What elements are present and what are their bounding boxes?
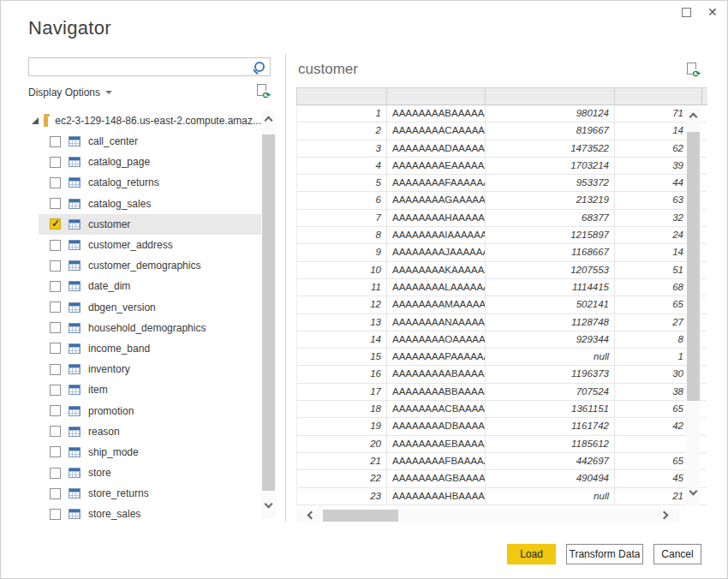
checkbox[interactable] bbox=[50, 281, 61, 292]
search-box bbox=[28, 57, 271, 76]
scroll-left-icon[interactable] bbox=[307, 511, 316, 520]
checkbox[interactable] bbox=[50, 301, 61, 313]
tree-item[interactable]: item bbox=[39, 379, 261, 400]
scroll-up-icon[interactable] bbox=[689, 113, 698, 122]
cancel-button[interactable]: Cancel bbox=[653, 544, 701, 564]
page-title: Navigator bbox=[28, 17, 111, 39]
tree-scrollbar-thumb[interactable] bbox=[262, 134, 275, 491]
cell-customer-id: AAAAAAAAEAAAAAAA bbox=[387, 158, 486, 174]
scroll-right-icon[interactable] bbox=[660, 511, 669, 520]
display-options-dropdown[interactable]: Display Options bbox=[28, 87, 112, 98]
tree-item[interactable]: inventory bbox=[39, 359, 261, 379]
close-icon[interactable]: ✕ bbox=[707, 4, 718, 20]
checkbox[interactable] bbox=[50, 343, 61, 354]
table-row: 17 AAAAAAAABBAAAAAA 707524 38 bbox=[296, 384, 707, 401]
table-row: 5 AAAAAAAAFAAAAAAA 953372 44 bbox=[296, 175, 707, 192]
checkbox[interactable] bbox=[50, 509, 61, 520]
table-icon bbox=[69, 406, 81, 416]
cell-cdemo-sk: 953372 bbox=[486, 175, 615, 191]
tree-item-label: dbgen_version bbox=[88, 301, 156, 313]
checkbox[interactable] bbox=[50, 240, 61, 251]
tree-item-label: date_dim bbox=[88, 280, 130, 292]
tree-item-label: catalog_page bbox=[88, 156, 150, 168]
checkbox[interactable] bbox=[50, 468, 61, 479]
cell-customer-sk: 23 bbox=[297, 488, 387, 504]
tree-item-label: household_demographics bbox=[88, 322, 206, 334]
tree-item[interactable]: store bbox=[39, 463, 261, 483]
tree-item[interactable]: customer_address bbox=[39, 235, 261, 255]
cell-customer-sk: 3 bbox=[297, 140, 387, 157]
cell-cdemo-sk: 1207553 bbox=[486, 262, 615, 278]
cell-customer-sk: 9 bbox=[297, 244, 387, 260]
tree-item[interactable]: catalog_page bbox=[39, 152, 261, 172]
table-icon bbox=[69, 364, 81, 374]
tree-item[interactable]: store_returns bbox=[39, 483, 261, 504]
tree-item[interactable]: store_sales bbox=[39, 504, 261, 524]
tree-item[interactable]: ship_mode bbox=[39, 442, 261, 463]
scroll-down-icon[interactable] bbox=[689, 487, 698, 496]
table-row: 18 AAAAAAAACBAAAAAA 1361151 65 bbox=[296, 401, 707, 418]
checkbox[interactable] bbox=[50, 446, 61, 457]
tree-item[interactable]: date_dim bbox=[39, 276, 261, 296]
transform-data-button[interactable]: Transform Data bbox=[566, 544, 643, 564]
checkbox[interactable] bbox=[50, 260, 61, 272]
checkbox[interactable] bbox=[50, 405, 61, 416]
expand-twisty-icon[interactable] bbox=[32, 117, 39, 124]
checkbox[interactable] bbox=[50, 488, 61, 499]
cell-customer-id: AAAAAAAACAAAAAAA bbox=[387, 122, 486, 139]
cell-customer-sk: 12 bbox=[297, 296, 387, 313]
maximize-icon[interactable] bbox=[682, 8, 691, 17]
checkbox[interactable] bbox=[50, 136, 61, 147]
refresh-list-icon[interactable]: ⟳ bbox=[256, 84, 270, 98]
checkbox[interactable] bbox=[50, 364, 61, 375]
cell-cdemo-sk: null bbox=[486, 349, 615, 365]
load-button[interactable]: Load bbox=[507, 544, 556, 564]
checkbox[interactable] bbox=[50, 426, 61, 437]
clipped-column-sliver bbox=[701, 87, 707, 105]
tree-item[interactable]: promotion bbox=[39, 400, 261, 421]
cell-customer-id: AAAAAAAAGAAAAAAA bbox=[387, 192, 486, 208]
tree-item[interactable]: catalog_returns bbox=[39, 172, 261, 193]
checkbox[interactable] bbox=[50, 218, 61, 230]
tree-item[interactable]: reason bbox=[39, 421, 261, 442]
tree-item[interactable]: household_demographics bbox=[39, 318, 261, 338]
preview-hscrollbar[interactable] bbox=[296, 509, 679, 522]
tree-item-label: inventory bbox=[88, 363, 130, 375]
tree-item[interactable]: income_band bbox=[39, 338, 261, 359]
preview-hscrollbar-thumb[interactable] bbox=[323, 510, 398, 522]
tree-scrollbar[interactable] bbox=[261, 110, 276, 519]
tree-item[interactable]: customer bbox=[39, 214, 261, 235]
tree-item[interactable]: dbgen_version bbox=[39, 297, 261, 318]
table-row: 22 AAAAAAAAGBAAAAAA 490494 45 bbox=[296, 470, 707, 487]
search-input[interactable] bbox=[33, 59, 247, 75]
cell-customer-sk: 1 bbox=[297, 105, 387, 122]
tree-item-label: customer bbox=[88, 218, 130, 230]
search-icon[interactable] bbox=[253, 62, 265, 74]
tree-item-label: ship_mode bbox=[88, 446, 139, 458]
tree-item[interactable]: catalog_sales bbox=[39, 194, 261, 214]
preview-vscrollbar-thumb[interactable] bbox=[687, 132, 700, 401]
preview-vscrollbar[interactable] bbox=[686, 106, 701, 505]
scroll-down-icon[interactable] bbox=[265, 500, 273, 509]
scroll-up-icon[interactable] bbox=[265, 116, 273, 125]
tree-item[interactable]: call_center bbox=[39, 131, 261, 152]
checkbox[interactable] bbox=[50, 177, 61, 188]
tree-item[interactable]: customer_demographics bbox=[39, 255, 261, 276]
checkbox[interactable] bbox=[50, 322, 61, 333]
checkbox[interactable] bbox=[50, 385, 61, 396]
preview-table-body: 1 AAAAAAAABAAAAAAA 980124 71 2 AAAAAAAAC… bbox=[296, 105, 707, 505]
column-header bbox=[297, 88, 387, 104]
table-row: 11 AAAAAAAALAAAAAAA 1114415 68 bbox=[296, 279, 707, 296]
table-icon bbox=[69, 302, 81, 313]
cell-cdemo-sk: 1128748 bbox=[486, 314, 615, 331]
checkbox[interactable] bbox=[50, 198, 61, 209]
tree-server-node[interactable]: ec2-3-129-148-86.us-east-2.compute.amaz.… bbox=[32, 110, 261, 131]
refresh-preview-icon[interactable]: ⟳ bbox=[686, 63, 700, 77]
table-icon bbox=[69, 260, 81, 271]
cell-cdemo-sk: 819667 bbox=[486, 122, 615, 139]
table-icon bbox=[69, 240, 81, 250]
checkbox[interactable] bbox=[50, 157, 61, 168]
cell-customer-sk: 6 bbox=[297, 192, 387, 208]
cell-customer-sk: 7 bbox=[297, 210, 387, 226]
cell-customer-id: AAAAAAAAFAAAAAAA bbox=[387, 175, 486, 191]
